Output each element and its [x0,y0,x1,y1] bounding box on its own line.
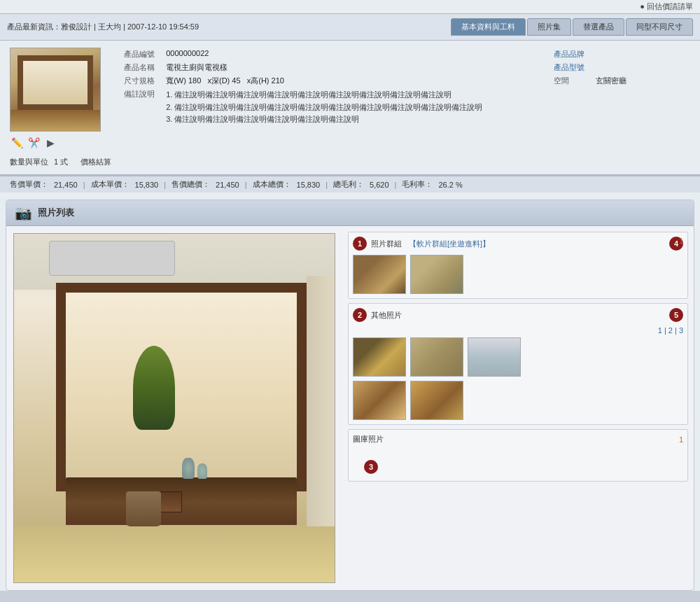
product-thumbnail [10,48,101,132]
size-label: 尺寸規格 [121,74,163,88]
badge-3: 3 [364,460,378,474]
photo-group-count: 1 [679,237,683,245]
space-label: 空間 [551,74,593,88]
sale-unit-label: 售價單價： [10,179,48,190]
tab-photo[interactable]: 照片集 [527,18,571,36]
id-value: 0000000022 [163,48,495,61]
remarks-label: 備註說明 [121,88,163,127]
tab-basic[interactable]: 基本資料與工料 [451,18,526,36]
brand-value [593,48,690,61]
sale-total-label: 售價總價： [172,179,210,190]
cost-label: 成本單價： [91,179,130,190]
thumb-1[interactable] [353,255,406,294]
gross-profit-label: 總毛利： [333,179,364,190]
tab-similar[interactable]: 替選產品 [573,18,624,36]
camera-icon: 📷 [15,204,32,221]
cost-total-value: 15,830 [297,181,321,189]
other-photos-header: 2 其他照片 5 [353,308,683,322]
photo-group-thumbs [353,255,683,294]
sale-unit-value: 21,450 [54,181,78,189]
qty-row: 數量與單位 1 式 價格結算 [10,157,111,167]
main-content: ✏️ ✂️ ▶ 數量與單位 1 式 價格結算 產品編號 0000000022 產… [0,41,700,591]
remarks-values: 1. 備注說明備注說明備注說明備注說明備注說明備注說明備注說明備注說明備注說明 … [163,88,690,127]
photo-group-title: 照片群組 [371,239,402,249]
photo-group-header: 1 照片群組 【軟片群組[坐遊進料]】 4 [353,237,683,251]
other-photos-title: 其他照片 [371,310,402,321]
other-photos-thumbs-row2 [353,381,683,420]
size-values: 寬(W) 180 x深(D) 45 x高(H) 210 [163,74,495,88]
brand-label[interactable]: 產品品牌 [551,48,593,61]
photo-group-link[interactable]: 【軟片群組[坐遊進料]】 [409,239,490,249]
photo-group-panel: 1 照片群組 【軟片群組[坐遊進料]】 4 1 [348,232,688,299]
margin-label: 毛利率： [402,179,433,190]
main-photo-area [6,226,342,590]
thumb-7[interactable] [410,381,463,420]
other-photos-thumbs-row1 [353,337,683,377]
thumb-4[interactable] [410,337,463,377]
scissors-icon[interactable]: ✂️ [27,136,41,150]
play-icon[interactable]: ▶ [43,136,57,150]
name-label: 產品名稱 [121,61,163,74]
badge-1: 1 [353,237,367,251]
other-photos-count[interactable]: 1 | 2 | 3 [658,326,683,335]
cost-value: 15,830 [135,181,159,189]
type-value [593,61,690,74]
margin-value: 26.2 % [438,181,462,189]
tab-size[interactable]: 同型不同尺寸 [626,18,693,36]
type-label[interactable]: 產品型號 [551,61,593,74]
badge-2: 2 [353,308,367,322]
id-label: 產品編號 [121,48,163,61]
edit-icon[interactable]: ✏️ [10,136,24,150]
sale-total-value: 21,450 [216,181,239,189]
space-value: 玄關密廳 [593,74,690,88]
thumb-3[interactable] [353,337,406,377]
name-value: 電視主廚與電視樣 [163,61,495,74]
product-details: 產品編號 0000000022 產品品牌 產品名稱 電視主廚與電視樣 產品型號 … [121,48,690,167]
top-bar: ● 回估價請請單 [0,0,700,14]
gross-profit-value: 5,620 [370,181,389,189]
icon-photos-count: 1 [679,435,683,444]
photos-header: 📷 照片列表 [6,200,694,226]
header-info-bar: 產品最新資訊：雅俊設計 | 王大均 | 2007-12-10 19:54:59 … [0,14,700,41]
thumb-5[interactable] [468,337,521,377]
icon-photos-panel: 圖庫照片 1 3 [348,429,688,482]
photos-section: 📷 照片列表 [6,200,694,591]
header-product-info: 產品最新資訊：雅俊設計 | 王大均 | 2007-12-10 19:54:59 [7,22,199,32]
product-info-section: ✏️ ✂️ ▶ 數量與單位 1 式 價格結算 產品編號 0000000022 產… [0,41,700,176]
header-tabs: 基本資料與工料 照片集 替選產品 同型不同尺寸 [451,18,693,36]
return-link[interactable]: ● 回估價請請單 [640,1,693,12]
icon-photos-title: 圖庫照片 [353,434,384,444]
badge-5: 5 [669,308,683,322]
main-photo[interactable] [13,233,335,583]
cost-total-label: 成本總價： [253,179,291,190]
icon-photos-header: 圖庫照片 1 [353,434,683,444]
photos-title: 照片列表 [38,206,74,219]
right-panel: 1 照片群組 【軟片群組[坐遊進料]】 4 1 [342,226,694,590]
thumb-2[interactable] [410,255,463,294]
thumb-6[interactable] [353,381,406,420]
price-bar: 售價單價： 21,450 | 成本單價： 15,830 | 售價總價： 21,4… [0,176,700,192]
other-photos-panel: 2 其他照片 5 1 | 2 | 3 [348,303,688,425]
photos-body: 1 照片群組 【軟片群組[坐遊進料]】 4 1 [6,226,694,590]
